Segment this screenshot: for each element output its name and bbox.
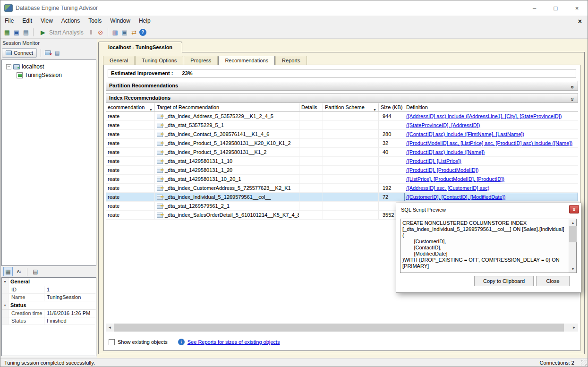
index-icon bbox=[157, 114, 163, 119]
horizontal-scrollbar[interactable]: ◄ ► bbox=[106, 324, 578, 332]
document-close-icon[interactable]: × bbox=[578, 17, 582, 25]
alphabetical-sort-icon[interactable]: A↓ bbox=[14, 267, 24, 276]
see-reports-link[interactable]: See Reports for sizes of existing object… bbox=[187, 339, 280, 345]
recommendation-row[interactable]: reate_dta_stat_53575229_5_1([StateProvin… bbox=[106, 121, 578, 130]
show-existing-objects-checkbox[interactable] bbox=[109, 339, 115, 345]
property-category-status[interactable]: ▾ Status bbox=[2, 301, 96, 310]
column-header-definition[interactable]: Definition bbox=[404, 103, 578, 112]
menu-help[interactable]: Help bbox=[135, 16, 155, 26]
property-row-status[interactable]: Status Finished bbox=[2, 317, 96, 325]
recommendation-row[interactable]: reate_dta_index_Contact_5_309576141__K1_… bbox=[106, 130, 578, 139]
new-session-icon[interactable]: ▦ bbox=[3, 28, 11, 37]
property-row-name[interactable]: Name TuningSession bbox=[2, 294, 96, 301]
help-icon[interactable]: ? bbox=[139, 29, 146, 36]
definition-link[interactable]: ([StateProvinceID], [AddressID]) bbox=[406, 121, 480, 129]
scroll-down-icon[interactable]: ▼ bbox=[569, 265, 577, 273]
open-session-icon[interactable]: ▣ bbox=[12, 28, 21, 37]
property-label: Name bbox=[9, 294, 44, 301]
recommendation-row[interactable]: reate_dta_index_Product_5_1429580131__K2… bbox=[106, 139, 578, 148]
disconnect-icon[interactable] bbox=[45, 51, 51, 55]
column-header-size[interactable]: Size (KB) bbox=[379, 103, 404, 112]
recommendation-row[interactable]: reate_dta_index_Individual_5_1269579561_… bbox=[106, 193, 578, 202]
column-header-details[interactable]: Details bbox=[299, 103, 323, 112]
definition-link[interactable]: ([ListPrice], [ProductModelID], [Product… bbox=[406, 175, 504, 183]
resize-grip[interactable] bbox=[581, 360, 587, 366]
tab-recommendations[interactable]: Recommendations bbox=[218, 56, 275, 65]
definition-link[interactable]: ([ContactID] asc) include ([FirstName], … bbox=[406, 130, 524, 138]
definition-link[interactable]: ([CustomerID], [ContactID], [ModifiedDat… bbox=[406, 193, 505, 201]
column-header-target[interactable]: Target of Recommendation bbox=[155, 103, 299, 112]
recommendation-row[interactable]: reate_dta_stat_1429580131_10_20_1([ListP… bbox=[106, 175, 578, 184]
tab-progress[interactable]: Progress bbox=[184, 56, 218, 65]
menu-actions[interactable]: Actions bbox=[57, 16, 84, 26]
definition-link[interactable]: ([ProductID], [ProductModelID]) bbox=[406, 166, 478, 174]
categorized-view-icon[interactable]: ▦ bbox=[3, 267, 13, 276]
tab-tuning-options[interactable]: Tuning Options bbox=[135, 56, 183, 65]
copy-to-clipboard-button[interactable]: Copy to Clipboard bbox=[474, 276, 534, 286]
partition-scheme-cell bbox=[323, 184, 379, 193]
menu-view[interactable]: View bbox=[36, 16, 57, 26]
collapse-icon[interactable] bbox=[6, 64, 11, 69]
expand-chevron-icon[interactable]: » bbox=[568, 98, 577, 101]
size-cell: 40 bbox=[379, 148, 404, 157]
recommendation-row[interactable]: reate_dta_index_Product_5_1429580131__K1… bbox=[106, 148, 578, 157]
scrollbar-thumb[interactable] bbox=[114, 324, 564, 332]
column-header-partition-scheme[interactable]: Partition Scheme ▼ bbox=[323, 103, 379, 112]
toolbar-separator bbox=[33, 28, 34, 36]
property-category-general[interactable]: ▾ General bbox=[2, 278, 96, 286]
maximize-button[interactable]: □ bbox=[545, 0, 566, 16]
tab-general[interactable]: General bbox=[103, 56, 135, 65]
start-analysis-button[interactable]: ▶ Start Analysis bbox=[36, 28, 86, 37]
category-chevron-icon[interactable]: ▾ bbox=[2, 301, 9, 309]
session-document-tab[interactable]: localhost - TuningSession bbox=[98, 42, 182, 52]
recommendation-action-cell: reate bbox=[106, 184, 155, 193]
property-row-creation-time[interactable]: Creation time 11/6/2016 1:26 PM bbox=[2, 310, 96, 317]
partition-recommendations-header[interactable]: Partition Recommendations » bbox=[106, 81, 578, 91]
menu-tools[interactable]: Tools bbox=[84, 16, 106, 26]
menu-edit[interactable]: Edit bbox=[18, 16, 36, 26]
recommendation-row[interactable]: reate_dta_index_CustomerAddress_5_725577… bbox=[106, 184, 578, 193]
stop-analysis-icon[interactable]: ⊘ bbox=[96, 28, 105, 37]
minimize-button[interactable]: – bbox=[524, 0, 545, 16]
menu-file[interactable]: File bbox=[0, 16, 18, 26]
copy-icon[interactable]: ▣ bbox=[120, 28, 129, 37]
expand-chevron-icon[interactable]: » bbox=[568, 85, 577, 89]
recommendation-row[interactable]: reate_dta_stat_1429580131_1_10([ProductI… bbox=[106, 157, 578, 166]
close-button[interactable]: × bbox=[566, 0, 588, 16]
column-label: Details bbox=[301, 104, 317, 110]
filter-dropdown-icon[interactable]: ▼ bbox=[373, 106, 376, 112]
definition-link[interactable]: ([ProductModelID] asc, [ListPrice] asc, … bbox=[406, 139, 572, 147]
definition-link[interactable]: ([ProductID] asc) include ([Name]) bbox=[406, 148, 485, 156]
vertical-scrollbar[interactable]: ▲ ▼ bbox=[569, 219, 576, 273]
property-row-id[interactable]: ID 1 bbox=[2, 286, 96, 294]
filter-dropdown-icon[interactable]: ▼ bbox=[149, 106, 153, 112]
definition-link[interactable]: ([ProductID], [ListPrice]) bbox=[406, 157, 461, 165]
index-recommendations-header[interactable]: Index Recommendations » bbox=[106, 93, 578, 103]
pause-analysis-icon[interactable]: ‖ bbox=[87, 28, 95, 37]
category-chevron-icon[interactable]: ▾ bbox=[2, 278, 9, 286]
column-header-recommendation[interactable]: ecommendation ▼ bbox=[106, 103, 155, 112]
definition-link[interactable]: ([AddressID] asc) include ([AddressLine1… bbox=[406, 112, 562, 120]
scroll-right-icon[interactable]: ► bbox=[570, 324, 578, 332]
save-icon[interactable]: ▥ bbox=[111, 28, 119, 37]
tab-reports[interactable]: Reports bbox=[275, 56, 307, 65]
scrollbar-thumb[interactable] bbox=[569, 226, 577, 242]
connect-button[interactable]: Connect bbox=[2, 48, 37, 58]
size-cell: 944 bbox=[379, 112, 404, 121]
definition-link[interactable]: ([AddressID] asc, [CustomerID] asc) bbox=[406, 184, 489, 192]
tree-item-tuningsession[interactable]: TuningSession bbox=[2, 71, 96, 79]
recommendation-row[interactable]: reate_dta_index_Address_5_53575229__K1_2… bbox=[106, 112, 578, 121]
import-export-icon[interactable]: ⇄ bbox=[130, 28, 138, 37]
scroll-up-icon[interactable]: ▲ bbox=[569, 219, 577, 226]
dialog-close-button[interactable]: Close bbox=[536, 276, 570, 286]
dialog-close-icon[interactable]: x bbox=[569, 205, 579, 213]
recommendation-row[interactable]: reate_dta_stat_1429580131_1_20([ProductI… bbox=[106, 166, 578, 175]
window-layout-icon[interactable]: ▤ bbox=[22, 28, 30, 37]
details-cell bbox=[299, 193, 323, 202]
scroll-left-icon[interactable]: ◄ bbox=[106, 324, 114, 332]
section-title: Partition Recommendations bbox=[109, 83, 178, 88]
definition-cell: ([AddressID] asc, [CustomerID] asc) bbox=[404, 184, 578, 193]
tree-item-localhost[interactable]: localhost bbox=[2, 62, 96, 71]
menu-window[interactable]: Window bbox=[106, 16, 135, 26]
session-list-icon[interactable]: ▤ bbox=[53, 49, 61, 57]
